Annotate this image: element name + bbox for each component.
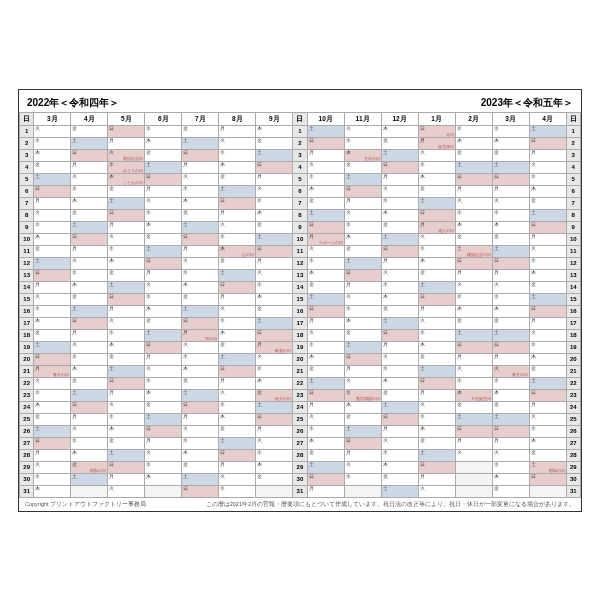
weekday-label: 日 [383, 162, 388, 168]
weekday-label: 水 [531, 174, 536, 180]
calendar-cell: 水 [34, 221, 71, 233]
weekday-label: 金 [72, 126, 77, 132]
weekday-label: 土 [183, 222, 188, 228]
weekday-label: 水 [183, 438, 188, 444]
calendar-cell: 日元日 [418, 125, 455, 137]
weekday-label: 木 [72, 366, 77, 372]
weekday-label: 火 [257, 186, 262, 192]
weekday-label: 火 [420, 318, 425, 324]
calendar-cell: 金 [182, 377, 219, 389]
weekday-label: 月 [146, 270, 151, 276]
calendar-cell: 金 [182, 293, 219, 305]
calendar-cell: 木 [34, 401, 71, 413]
day-number-cell: 10 [566, 233, 580, 245]
calendar-sheet: 2022年＜令和四年＞ 2023年＜令和五年＞ 日3月4月5月6月7月8月9月日… [18, 89, 582, 512]
day-number-cell: 9 [20, 221, 34, 233]
weekday-label: 木 [346, 402, 351, 408]
calendar-cell: 月 [34, 449, 71, 461]
weekday-label: 火 [420, 402, 425, 408]
weekday-label: 土 [383, 486, 388, 492]
day-number-cell: 12 [566, 257, 580, 269]
weekday-label: 日 [146, 174, 151, 180]
holiday-name: 山の日 [242, 252, 254, 257]
calendar-cell: 水 [492, 125, 529, 137]
weekday-label: 月 [109, 138, 114, 144]
weekday-label: 木 [220, 246, 225, 252]
calendar-cell: 水 [344, 473, 381, 485]
calendar-cell: 木 [219, 329, 256, 341]
calendar-cell [455, 461, 492, 473]
weekday-label: 月 [494, 270, 499, 276]
day-number-cell: 5 [566, 173, 580, 185]
day-number-cell: 25 [566, 413, 580, 425]
weekday-label: 火 [72, 426, 77, 432]
weekday-label: 土 [420, 198, 425, 204]
calendar-cell: 月 [108, 389, 145, 401]
calendar-cell: 月 [455, 269, 492, 281]
calendar-cell: 木 [418, 341, 455, 353]
calendar-cell: 土 [307, 293, 344, 305]
weekday-label: 月 [383, 174, 388, 180]
weekday-label: 金 [35, 330, 40, 336]
calendar-cell: 金 [219, 341, 256, 353]
weekday-label: 日 [220, 282, 225, 288]
day-number-cell: 16 [293, 305, 307, 317]
weekday-label: 土 [35, 258, 40, 264]
weekday-label: 金 [109, 354, 114, 360]
calendar-cell: 水 [418, 161, 455, 173]
weekday-label: 土 [257, 150, 262, 156]
day-number-cell: 22 [293, 377, 307, 389]
day-number-cell: 13 [20, 269, 34, 281]
weekday-label: 木 [257, 378, 262, 384]
calendar-cell: 木 [145, 473, 182, 485]
calendar-cell: 日 [307, 305, 344, 317]
weekday-label: 金 [257, 138, 262, 144]
calendar-cell: 木 [492, 137, 529, 149]
calendar-cell: 土 [256, 233, 293, 245]
month-header: 8月 [219, 112, 256, 125]
calendar-cell: 水 [381, 449, 418, 461]
weekday-label: 金 [420, 354, 425, 360]
weekday-label: 火 [35, 126, 40, 132]
weekday-label: 金 [309, 450, 314, 456]
calendar-cell: 土 [145, 413, 182, 425]
calendar-cell: 火 [256, 269, 293, 281]
calendar-cell: 水 [418, 329, 455, 341]
calendar-cell: 木 [492, 305, 529, 317]
weekday-label: 土 [346, 426, 351, 432]
calendar-cell: 火憲法記念日 [108, 149, 145, 161]
calendar-cell: 土 [71, 473, 108, 485]
weekday-label: 木 [72, 198, 77, 204]
calendar-cell: 金 [307, 281, 344, 293]
calendar-cell: 土 [381, 233, 418, 245]
calendar-cell: 日 [307, 137, 344, 149]
calendar-cell: 月 [381, 341, 418, 353]
calendar-cell: 水勤労感謝の日 [344, 389, 381, 401]
day-number-cell: 6 [20, 185, 34, 197]
weekday-label: 木 [109, 342, 114, 348]
calendar-cell: 日 [344, 185, 381, 197]
calendar-cell: 水 [529, 341, 566, 353]
weekday-label: 土 [457, 414, 462, 420]
weekday-label: 日 [346, 270, 351, 276]
holiday-name: 建国記念の日 [467, 252, 491, 257]
day-number-cell: 23 [566, 389, 580, 401]
weekday-label: 木 [183, 282, 188, 288]
weekday-label: 水 [257, 282, 262, 288]
calendar-cell: 土 [381, 149, 418, 161]
weekday-label: 日 [109, 294, 114, 300]
calendar-cell: 木 [529, 269, 566, 281]
calendar-cell: 金 [71, 377, 108, 389]
calendar-cell: 月 [529, 317, 566, 329]
day-number-cell: 24 [566, 401, 580, 413]
calendar-cell: 木 [307, 437, 344, 449]
weekday-label: 月 [220, 294, 225, 300]
weekday-label: 金 [183, 378, 188, 384]
weekday-label: 土 [494, 162, 499, 168]
calendar-cell [256, 485, 293, 497]
calendar-cell: 水 [307, 425, 344, 437]
weekday-label: 土 [257, 234, 262, 240]
calendar-cell: 土 [256, 401, 293, 413]
weekday-label: 木 [220, 330, 225, 336]
calendar-cell: 日 [256, 245, 293, 257]
